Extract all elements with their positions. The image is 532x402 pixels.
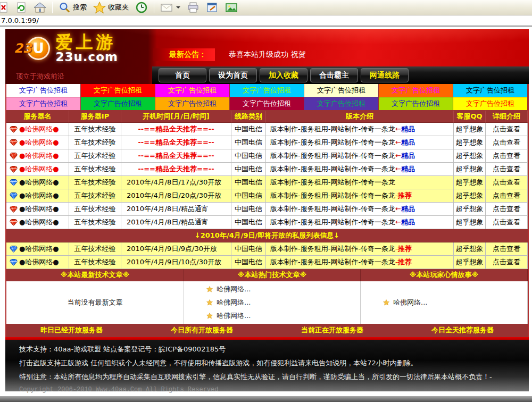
server-name-cell[interactable]: ●哈佛网络● [6, 163, 69, 176]
gem-blue-icon [10, 192, 18, 199]
nav-button[interactable]: 首页 [159, 68, 206, 82]
detail-link[interactable]: 点击查看 [486, 203, 528, 216]
qq-cell: 超乎想象 [454, 242, 486, 256]
logo-title: 爱上游 [55, 34, 118, 51]
server-name-cell[interactable]: ●哈佛网络● [6, 136, 69, 149]
refresh-button[interactable] [13, 1, 30, 14]
open-time-cell: 2010年/4月/9日/9点/30开放 [121, 242, 231, 256]
ad-link[interactable]: 文字广告位招租 [379, 97, 453, 111]
media-button[interactable] [222, 1, 240, 14]
page-content: 23 U 爱上游 23u.com 顶立于游戏前沿 最新公告： 恭喜本站升级成功 … [5, 29, 529, 391]
version-arrow: ← [395, 125, 401, 133]
bottom-nav-link[interactable]: 昨日已经开放服务器 [6, 324, 137, 337]
line-type-cell: 中国电信 [231, 203, 266, 216]
detail-link[interactable]: 点击查看 [486, 216, 528, 229]
server-name-cell[interactable]: ●哈佛网络● [6, 242, 69, 256]
detail-link[interactable]: 点击查看 [486, 242, 528, 256]
ad-link[interactable]: 文字广告位招租 [379, 84, 453, 97]
server-table-header: 服务器名服务器IP开机时间[月/日/时间]线路类别版本介绍客服QQ详细介绍 [6, 111, 528, 123]
detail-link[interactable]: 点击查看 [486, 176, 528, 189]
nav-button[interactable]: 合击霸主 [310, 68, 358, 82]
version-base: 版本制作-服务租用-网站制作-传奇一条龙 [270, 191, 395, 199]
server-name-cell[interactable]: ●哈佛网络● [6, 256, 69, 269]
server-row: ●哈佛网络●五年技术经验--==精品全天推荐==--中国电信版本制作-服务租用-… [6, 149, 528, 163]
server-row: ●哈佛网络●五年技术经验--==精品全天推荐==--中国电信版本制作-服务租用-… [6, 136, 528, 149]
version-tag: 推荐 [398, 258, 412, 266]
server-ip-cell: 五年技术经验 [69, 256, 121, 269]
nav-button[interactable]: 加入收藏 [260, 68, 307, 82]
articles-column-header: ※本站最新技术文章※ [6, 269, 184, 281]
ad-link[interactable]: 文字广告位招租 [304, 97, 379, 111]
ad-link[interactable]: 文字广告位招租 [453, 84, 528, 97]
detail-link[interactable]: 点击查看 [486, 189, 528, 203]
address-bar[interactable]: 7.0.0.1:99/ [0, 15, 532, 27]
ads-grid: 文字广告位招租文字广告位招租文字广告位招租文字广告位招租文字广告位招租文字广告位… [5, 84, 529, 111]
ad-link[interactable]: 文字广告位招租 [155, 84, 230, 97]
ad-link[interactable]: 文字广告位招租 [6, 97, 81, 111]
ad-link[interactable]: 文字广告位招租 [81, 84, 155, 97]
version-tag: 精品 [401, 125, 415, 133]
ad-link[interactable]: 文字广告位招租 [230, 97, 304, 111]
mail-dropdown-caret[interactable] [176, 6, 180, 9]
bottom-nav-link[interactable]: 当前正在开放服务器 [267, 324, 397, 337]
article-link[interactable]: 哈佛网络... [206, 311, 360, 321]
line-type-cell: 中国电信 [231, 216, 266, 229]
server-name-cell[interactable]: ●哈佛网络● [6, 189, 69, 203]
gem-blue-icon [10, 259, 18, 266]
article-link[interactable]: 哈佛网络... [206, 298, 360, 307]
nav-button[interactable]: 网通线路 [361, 68, 409, 82]
search-button[interactable]: 搜索 [56, 1, 89, 15]
bottom-nav-link[interactable]: 今日全天推荐服务器 [397, 324, 528, 337]
ad-link[interactable]: 文字广告位招租 [81, 97, 155, 111]
open-time-cell: 2010年/4月/8日/20点/30开放 [121, 189, 231, 203]
server-name-cell[interactable]: ●哈佛网络● [6, 149, 69, 163]
open-time-cell: --==精品全天推荐==-- [121, 123, 231, 136]
address-url[interactable]: 7.0.0.1:99/ [1, 16, 39, 24]
article-title: 哈佛网络... [217, 298, 251, 307]
ad-link[interactable]: 文字广告位招租 [304, 84, 379, 97]
print-button[interactable] [184, 1, 202, 14]
version-arrow: ← [395, 165, 401, 173]
server-name-cell[interactable]: ●哈佛网络● [6, 216, 69, 229]
version-base: 版本制作-服务租用-网站制作-传奇一条龙 [270, 205, 395, 213]
footer-text-line: 打击盗版支持正版游戏 任何组织或个人未经同意，不得使用和传播盗版游戏，如有侵犯利… [19, 358, 515, 368]
article-link[interactable]: 哈佛网络... [206, 284, 360, 294]
detail-link[interactable]: 点击查看 [486, 256, 528, 269]
detail-link[interactable]: 点击查看 [486, 149, 528, 163]
server-name: ●哈佛网络● [19, 216, 59, 229]
ad-link[interactable]: 文字广告位招租 [230, 84, 304, 97]
history-button[interactable] [132, 0, 151, 15]
footer-text-line: 技术支持：40aa-游戏联盟 站点备案登记号：皖ICP备09002185号 [19, 345, 515, 354]
nav-button[interactable]: 设为首页 [209, 68, 257, 82]
ad-link[interactable]: 文字广告位招租 [453, 97, 528, 111]
favorites-label: 收藏夹 [108, 3, 129, 12]
ad-link[interactable]: 文字广告位招租 [6, 84, 81, 97]
open-time-cell: 2010年/4月/8日/精品通宵 [121, 203, 231, 216]
line-type-cell: 中国电信 [231, 123, 266, 136]
detail-link[interactable]: 点击查看 [486, 163, 528, 176]
server-name-cell[interactable]: ●哈佛网络● [6, 203, 69, 216]
home-button[interactable] [31, 1, 49, 14]
qq-cell: 超乎想象 [454, 123, 486, 136]
bottom-nav-link[interactable]: 今日所有开放服务器 [137, 324, 267, 337]
server-row: ●哈佛网络●五年技术经验2010年/4月/8日/精品通宵中国电信版本制作-服务租… [6, 216, 528, 229]
article-title: 哈佛网络... [217, 284, 251, 294]
favorites-button[interactable]: 收藏夹 [90, 1, 131, 15]
ad-link[interactable]: 文字广告位招租 [155, 97, 230, 111]
site-logo[interactable]: 23 U 爱上游 23u.com [14, 34, 118, 63]
server-ip-cell: 五年技术经验 [69, 123, 121, 136]
article-link[interactable]: 哈佛网络... [383, 298, 527, 307]
qq-cell: 超乎想象 [454, 189, 486, 203]
stop-button[interactable] [0, 1, 12, 14]
home-icon [34, 2, 46, 13]
logo-slogan: 顶立于游戏前沿 [16, 72, 64, 81]
toolbar-separator [154, 2, 154, 13]
edit-button[interactable] [203, 1, 221, 14]
detail-link[interactable]: 点击查看 [486, 123, 528, 136]
server-name-cell[interactable]: ●哈佛网络● [6, 176, 69, 189]
qq-cell: 超乎想象 [454, 163, 486, 176]
server-name-cell[interactable]: ●哈佛网络● [6, 123, 69, 136]
mail-button[interactable] [157, 1, 183, 14]
server-ip-cell: 五年技术经验 [69, 149, 121, 163]
detail-link[interactable]: 点击查看 [486, 136, 528, 149]
